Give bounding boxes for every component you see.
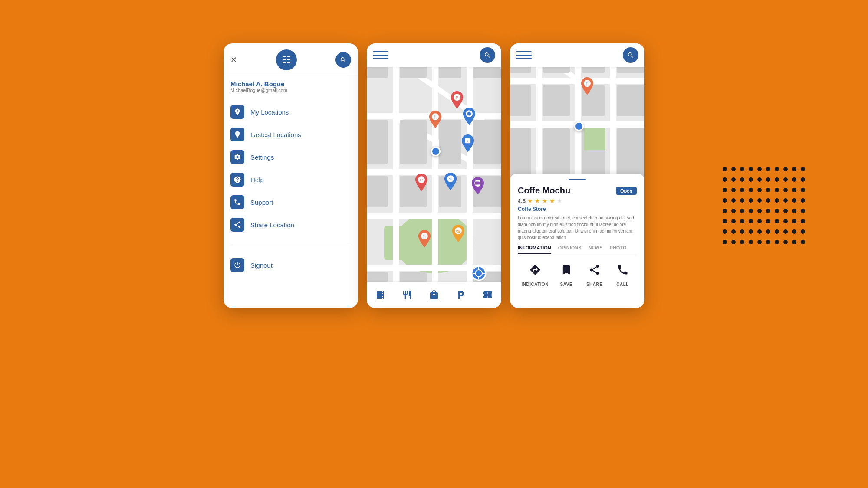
- menu-item-signout[interactable]: Signout: [230, 254, 351, 276]
- detail-actions: INDICATION SAVE SHARE: [518, 259, 637, 287]
- search-button[interactable]: [335, 52, 351, 68]
- tab-opinions[interactable]: OPINIONS: [558, 245, 582, 254]
- toolbar-shopping[interactable]: [429, 290, 439, 300]
- svg-text:i: i: [467, 139, 468, 143]
- svg-text:P: P: [420, 177, 423, 182]
- svg-rect-72: [584, 128, 605, 150]
- tab-information[interactable]: INFORMATION: [518, 245, 551, 254]
- map-toolbar: [367, 282, 501, 308]
- avatar-icon: ☷: [282, 54, 291, 66]
- hamburger-line: [373, 51, 388, 52]
- map-pin-info[interactable]: i: [460, 134, 476, 154]
- map-pin-location-blue[interactable]: [461, 108, 477, 127]
- menu-label-my-locations: My Locations: [250, 108, 289, 116]
- svg-rect-68: [510, 85, 531, 116]
- detail-title-row: Coffe Mochu Open: [518, 186, 637, 196]
- toolbar-cinema[interactable]: [375, 290, 385, 300]
- map-header: [367, 43, 501, 67]
- map-pin-venue[interactable]: [470, 177, 486, 196]
- svg-rect-70: [510, 128, 531, 178]
- svg-text:🍴: 🍴: [422, 234, 427, 239]
- menu-divider: [230, 245, 351, 245]
- menu-label-signout: Signout: [250, 262, 273, 269]
- toolbar-restaurant[interactable]: [402, 290, 412, 300]
- menu-item-lastest-locations[interactable]: Lastest Locations: [230, 123, 351, 146]
- menu-label-share-location: Share Location: [250, 221, 294, 229]
- svg-point-33: [467, 112, 471, 116]
- hamburger-line: [373, 55, 388, 56]
- map-pin-shop-2[interactable]: 🛍: [450, 225, 466, 244]
- map-pin-restaurant-1[interactable]: 🍴: [427, 111, 443, 130]
- menu-item-support[interactable]: Support: [230, 191, 351, 213]
- menu-item-help[interactable]: Help: [230, 168, 351, 191]
- toolbar-ticket[interactable]: [483, 290, 493, 300]
- user-name: Michael A. Bogue: [230, 80, 351, 88]
- call-icon: [612, 259, 633, 280]
- tab-photo[interactable]: PHOTO: [610, 245, 627, 254]
- hamburger-button[interactable]: [373, 47, 388, 63]
- open-badge: Open: [616, 187, 637, 195]
- svg-rect-66: [617, 85, 644, 116]
- phones-container: ✕ ☷ Michael A. Bogue MichaelBogue@gmail.…: [0, 0, 868, 308]
- action-save[interactable]: SAVE: [556, 259, 577, 287]
- star-3: ★: [542, 197, 548, 204]
- svg-text:🛍: 🛍: [457, 229, 460, 233]
- menu-header: ✕ ☷: [224, 43, 358, 74]
- svg-rect-21: [367, 120, 388, 164]
- detail-map-header: [510, 43, 644, 67]
- menu-item-share-location[interactable]: Share Location: [230, 213, 351, 236]
- toolbar-parking[interactable]: [456, 290, 466, 300]
- svg-text:🍴: 🍴: [433, 115, 438, 120]
- svg-rect-23: [367, 176, 388, 207]
- svg-rect-61: [543, 85, 570, 116]
- action-indication[interactable]: INDICATION: [521, 259, 549, 287]
- detail-map-pin-restaurant[interactable]: 🍴: [579, 77, 595, 96]
- detail-current-location: [574, 121, 584, 131]
- action-label-save: SAVE: [560, 282, 573, 287]
- place-description: Lorem ipsum dolor sit amet, consectetuer…: [518, 215, 637, 241]
- svg-rect-8: [393, 43, 399, 308]
- action-label-call: CALL: [616, 282, 629, 287]
- svg-rect-71: [617, 128, 644, 178]
- action-call[interactable]: CALL: [612, 259, 633, 287]
- action-label-share: SHARE: [586, 282, 603, 287]
- user-email: MichaelBogue@gmail.com: [230, 88, 351, 93]
- svg-text:🍴: 🍴: [585, 81, 590, 86]
- svg-rect-41: [475, 182, 479, 185]
- detail-search-button[interactable]: [623, 47, 638, 63]
- detail-hamburger-button[interactable]: [516, 47, 532, 63]
- action-label-indication: INDICATION: [521, 282, 549, 287]
- map-view[interactable]: 🍴 P: [367, 43, 501, 308]
- svg-rect-19: [473, 120, 501, 164]
- location-history-icon: [230, 128, 244, 141]
- menu-item-settings[interactable]: Settings: [230, 146, 351, 168]
- menu-label-help: Help: [250, 176, 264, 183]
- action-share[interactable]: SHARE: [584, 259, 605, 287]
- detail-handle: [569, 179, 586, 180]
- map-search-button[interactable]: [480, 47, 495, 63]
- question-icon: [230, 173, 244, 187]
- detail-tabs: INFORMATION OPINIONS NEWS PHOTO: [518, 245, 637, 254]
- map-pin-parking-2[interactable]: P: [414, 174, 429, 193]
- detail-share-icon: [584, 259, 605, 280]
- rating-number: 4.5: [518, 198, 526, 204]
- menu-item-my-locations[interactable]: My Locations: [230, 101, 351, 123]
- svg-rect-64: [543, 128, 570, 178]
- location-icon: [230, 105, 244, 119]
- map-pin-gps[interactable]: [471, 265, 487, 281]
- phone-icon: [230, 195, 244, 209]
- hamburger-line: [516, 51, 532, 52]
- map-pin-restaurant-2[interactable]: 🍴: [417, 230, 432, 249]
- detail-panel: Coffe Mochu Open 4.5 ★ ★ ★ ★ ★ Coffe Sto…: [510, 174, 644, 308]
- gear-icon: [230, 150, 244, 164]
- close-button[interactable]: ✕: [230, 55, 237, 65]
- star-2: ★: [535, 197, 540, 204]
- svg-text:🛍: 🛍: [449, 177, 452, 181]
- menu-label-settings: Settings: [250, 154, 274, 161]
- map-pin-shopping[interactable]: 🛍: [443, 173, 458, 192]
- indication-icon: [525, 259, 546, 280]
- current-location-dot: [431, 147, 441, 156]
- tab-news[interactable]: NEWS: [589, 245, 603, 254]
- hamburger-line: [516, 58, 532, 59]
- menu-label-lastest-locations: Lastest Locations: [250, 131, 301, 138]
